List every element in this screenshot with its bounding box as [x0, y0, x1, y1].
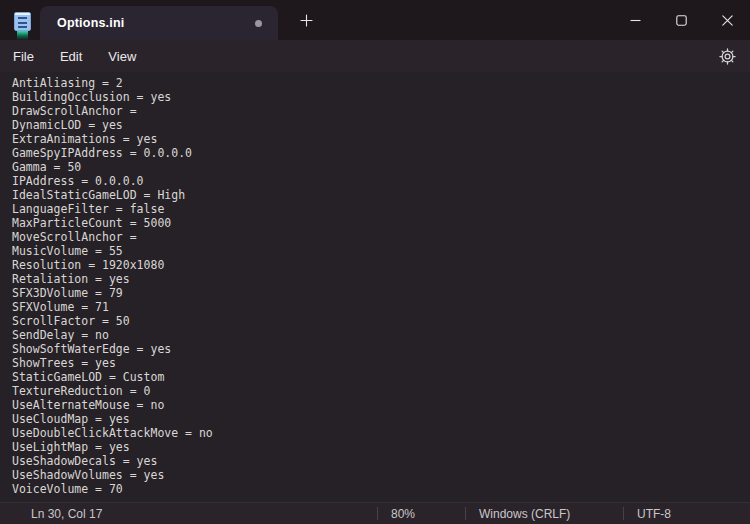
line-ending-segment: Windows (CRLF) [465, 503, 623, 524]
notepad-icon [14, 12, 31, 31]
status-divider [377, 507, 378, 520]
plus-icon [300, 14, 313, 27]
minimize-icon [630, 15, 641, 26]
zoom-level: 80% [391, 507, 415, 521]
menu-edit[interactable]: Edit [47, 44, 95, 69]
gear-icon [719, 48, 736, 65]
line-ending: Windows (CRLF) [479, 507, 570, 521]
close-button[interactable] [704, 0, 750, 40]
status-divider [623, 507, 624, 520]
editor-content: AntiAliasing = 2 BuildingOcclusion = yes… [12, 76, 750, 496]
tab-title: Options.ini [57, 16, 124, 30]
encoding-segment: UTF-8 [623, 503, 750, 524]
menubar: File Edit View [0, 40, 750, 72]
menu-view[interactable]: View [95, 44, 149, 69]
encoding: UTF-8 [637, 507, 671, 521]
close-icon [722, 15, 733, 26]
maximize-icon [676, 15, 687, 26]
icon-gradient-tail [17, 31, 28, 40]
zoom-level-segment: 80% [377, 503, 465, 524]
text-editor[interactable]: AntiAliasing = 2 BuildingOcclusion = yes… [0, 72, 750, 502]
new-tab-button[interactable] [291, 7, 321, 34]
status-divider [465, 507, 466, 520]
notepad-app-icon [14, 12, 31, 40]
maximize-button[interactable] [658, 0, 704, 40]
statusbar: Ln 30, Col 17 80% Windows (CRLF) UTF-8 [0, 502, 750, 524]
tab-options-ini[interactable]: Options.ini [40, 6, 278, 40]
menu-file[interactable]: File [0, 44, 47, 69]
notepad-window: Options.ini [0, 0, 750, 524]
minimize-button[interactable] [612, 0, 658, 40]
settings-button[interactable] [710, 42, 744, 70]
cursor-position: Ln 30, Col 17 [31, 503, 102, 524]
titlebar: Options.ini [0, 0, 750, 40]
unsaved-changes-dot-icon [255, 20, 262, 27]
caption-buttons [612, 0, 750, 40]
